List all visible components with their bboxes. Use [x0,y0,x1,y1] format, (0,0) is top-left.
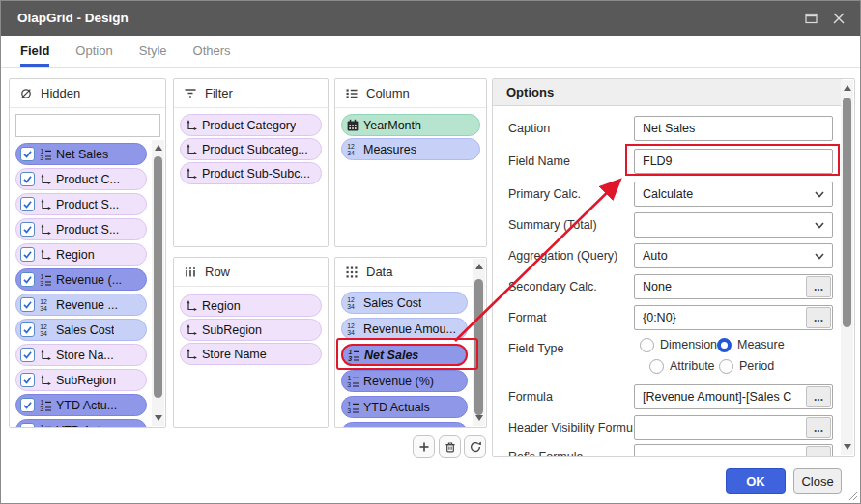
field-checkbox[interactable] [20,197,35,211]
field-checkbox[interactable] [20,373,35,387]
field-pill[interactable]: SubRegion [180,319,322,341]
field-pill[interactable]: YTD Actu... [15,394,147,416]
field-pill[interactable]: Revenue (%) [341,370,468,392]
format-input[interactable] [634,305,833,330]
hidden-search-input[interactable] [16,116,166,135]
field-label: Revenue Amou... [363,322,456,336]
field-checkbox[interactable] [20,398,35,412]
field-label: Product Subcateg... [202,143,308,156]
tab-others[interactable]: Others [193,36,231,67]
data-panel-title: Data [366,265,392,279]
field-checkbox[interactable] [20,423,35,428]
field-pill[interactable]: YTD Actuals (%) [341,422,468,428]
summary-total-select[interactable] [634,212,833,238]
field-label: Region [202,299,241,313]
field-pill[interactable]: Revenue (... [15,268,147,291]
delete-field-button[interactable] [439,435,461,458]
radio-icon[interactable] [649,359,664,374]
options-scrollbar[interactable] [841,80,853,455]
field-pill[interactable]: Sales Cost [341,292,468,314]
refs-formula-input[interactable] [634,444,833,457]
field-pill[interactable]: Product C... [15,168,147,190]
field-pill[interactable]: Region [180,294,322,317]
field-pill[interactable]: Product Sub-Subc... [180,162,322,184]
formula-input[interactable] [634,384,833,409]
header-visibility-formula-input[interactable] [634,415,833,440]
field-pill[interactable]: Product S... [15,193,147,215]
scroll-up-icon[interactable] [844,85,851,91]
field-pill[interactable]: Store Name [180,343,322,365]
data-scrollbar[interactable] [473,259,485,426]
field-checkbox[interactable] [20,272,35,287]
scrollbar-thumb[interactable] [474,279,483,415]
field-label: Sales Cost [363,296,421,310]
field-type-dimension-radio[interactable]: Dimension [640,336,717,353]
field-type-measure-radio[interactable]: Measure [717,336,785,353]
field-checkbox[interactable] [20,147,35,161]
field-checkbox[interactable] [20,247,35,262]
maximize-icon[interactable] [803,11,819,26]
field-type-attribute-radio[interactable]: Attribute [649,357,715,375]
field-pill[interactable]: Measures [341,138,480,160]
add-field-button[interactable] [413,435,435,458]
scroll-up-icon[interactable] [155,145,162,151]
field-checkbox[interactable] [20,297,35,312]
field-pill[interactable]: Revenue Amou... [341,318,468,340]
field-pill[interactable]: Net Sales [15,143,147,165]
field-pill[interactable]: SubRegion [15,369,147,391]
close-icon[interactable] [830,11,847,26]
header-visibility-formula-ellipsis-button[interactable]: ... [806,417,831,438]
field-pill[interactable]: Revenue ... [15,294,147,316]
primary-calc-select[interactable]: Calculate [634,182,833,207]
dimension-icon [39,223,52,237]
close-button[interactable]: Close [793,468,842,494]
dimension-icon [185,119,198,132]
radio-icon[interactable] [717,338,732,352]
chevron-down-icon [815,222,824,229]
scroll-down-icon[interactable] [475,415,483,421]
field-pill[interactable]: Product S... [15,218,147,240]
refs-formula-ellipsis-button[interactable]: ... [806,446,831,457]
tab-field[interactable]: Field [20,36,49,67]
field-pill[interactable]: YearMonth [341,114,480,136]
caption-input[interactable] [634,116,833,141]
field-name-label: Field Name [508,149,633,174]
field-checkbox[interactable] [20,322,35,337]
hidden-scrollbar[interactable] [152,140,164,426]
field-pill[interactable]: Product Category [180,114,322,136]
scrollbar-thumb[interactable] [843,98,851,327]
scrollbar-thumb[interactable] [154,156,162,398]
radio-icon[interactable] [719,359,733,374]
formula-ellipsis-button[interactable]: ... [806,386,831,407]
resize-grip[interactable] [847,490,857,500]
secondary-calc-ellipsis-button[interactable]: ... [806,276,831,297]
field-label: Sales Cost [56,323,114,337]
secondary-calc-input[interactable] [634,274,833,299]
dimension-icon [185,143,198,156]
field-type-period-radio[interactable]: Period [719,357,774,375]
ok-button[interactable]: OK [726,468,786,494]
field-label: Store Na... [56,349,114,362]
field-pill[interactable]: Sales Cost [15,319,147,341]
column-list-icon [345,87,359,100]
field-checkbox[interactable] [20,222,35,237]
radio-icon[interactable] [640,338,654,352]
tab-style[interactable]: Style [139,36,167,67]
scroll-up-icon[interactable] [475,264,483,269]
format-ellipsis-button[interactable]: ... [806,307,831,328]
field-pill[interactable]: YTD Actuals [341,396,468,418]
field-checkbox[interactable] [20,172,35,186]
field-pill[interactable]: Store Na... [15,344,147,366]
aggregation-query-select[interactable]: Auto [634,243,833,268]
field-pill[interactable]: Net Sales [341,344,468,366]
scroll-down-icon[interactable] [844,444,851,450]
field-pill[interactable]: Region [15,243,147,266]
refresh-button[interactable] [464,435,486,458]
field-pill[interactable]: Product Subcateg... [180,138,322,160]
tab-option[interactable]: Option [75,36,112,67]
scroll-down-icon[interactable] [155,415,162,421]
field-checkbox[interactable] [20,348,35,362]
field-pill[interactable]: YTD Actu... [15,419,147,428]
field-name-input[interactable] [634,149,833,174]
window-title: OlapGrid - Design [17,1,129,36]
